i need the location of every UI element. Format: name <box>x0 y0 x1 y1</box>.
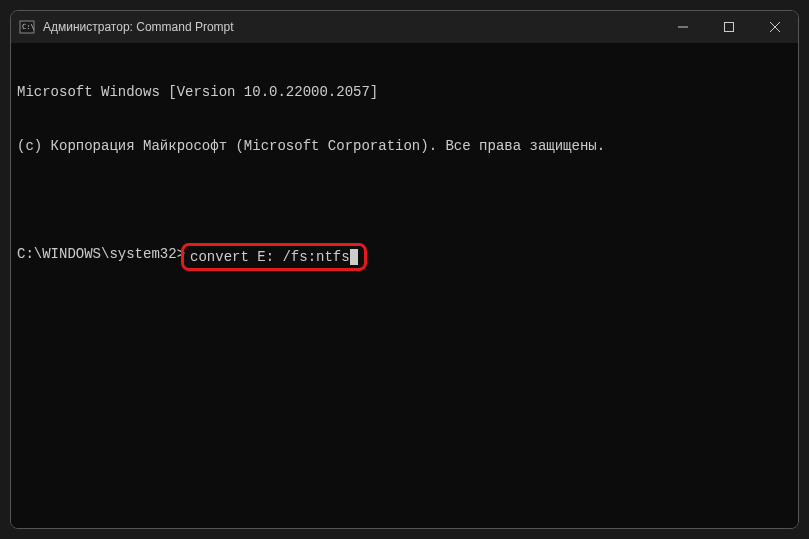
terminal-area[interactable]: Microsoft Windows [Version 10.0.22000.20… <box>11 43 798 528</box>
terminal-cursor-icon <box>350 249 358 265</box>
titlebar-controls <box>660 11 798 43</box>
terminal-output-line: Microsoft Windows [Version 10.0.22000.20… <box>17 83 792 101</box>
terminal-blank-line <box>17 191 792 209</box>
terminal-prompt-line: C:\WINDOWS\system32>convert E: /fs:ntfs <box>17 245 792 271</box>
close-button[interactable] <box>752 11 798 43</box>
command-prompt-window: C:\ Администратор: Command Prompt Micros… <box>10 10 799 529</box>
maximize-button[interactable] <box>706 11 752 43</box>
svg-text:C:\: C:\ <box>22 23 35 31</box>
window-title: Администратор: Command Prompt <box>43 20 660 34</box>
titlebar[interactable]: C:\ Администратор: Command Prompt <box>11 11 798 43</box>
minimize-button[interactable] <box>660 11 706 43</box>
terminal-prompt: C:\WINDOWS\system32> <box>17 245 185 271</box>
svg-rect-3 <box>725 23 734 32</box>
command-highlight: convert E: /fs:ntfs <box>181 243 367 271</box>
terminal-command: convert E: /fs:ntfs <box>190 249 350 265</box>
cmd-icon: C:\ <box>19 19 35 35</box>
terminal-output-line: (c) Корпорация Майкрософт (Microsoft Cor… <box>17 137 792 155</box>
